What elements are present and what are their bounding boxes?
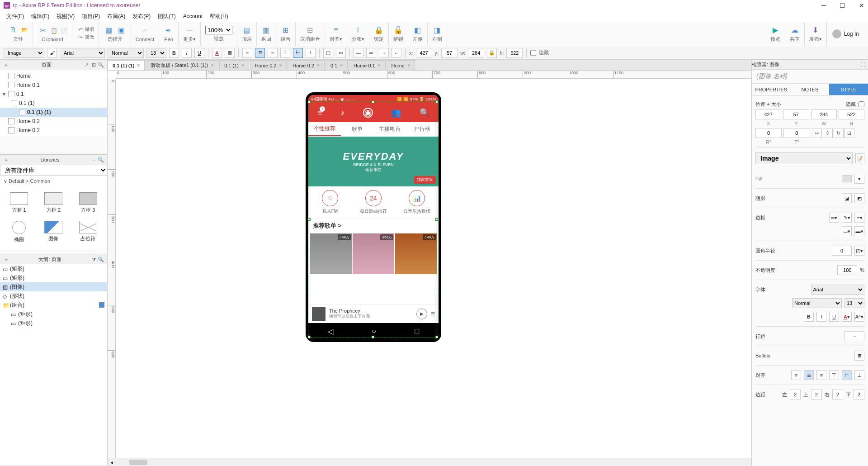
insp-font-select[interactable]: Arial xyxy=(811,285,865,295)
playlist-thumb[interactable]: ♫40万 xyxy=(395,233,437,274)
insp-t[interactable] xyxy=(783,128,810,138)
ta-right[interactable]: ≡ xyxy=(816,370,826,380)
quick-fm[interactable]: ♡私人FM xyxy=(308,186,352,218)
insp-bold[interactable]: B xyxy=(804,312,814,322)
home-icon[interactable]: ○ xyxy=(372,327,376,335)
copy-icon[interactable]: 📋 xyxy=(50,27,57,34)
quick-daily[interactable]: 24每日歌曲推荐 xyxy=(352,186,395,218)
undo-icon[interactable]: ↶ xyxy=(77,26,84,33)
bullets-button[interactable]: ≣ xyxy=(854,351,864,361)
insp-size-select[interactable]: 13 xyxy=(844,298,864,308)
lib-section[interactable]: ∨ Default > Common xyxy=(0,176,107,187)
va-top[interactable]: ⊤ xyxy=(829,370,839,380)
insp-italic[interactable]: I xyxy=(816,312,826,322)
connect-icon[interactable]: ⟋ xyxy=(140,26,150,36)
x-input[interactable] xyxy=(416,48,432,58)
style-manage-icon[interactable]: 📝 xyxy=(855,153,864,163)
insp-x[interactable] xyxy=(755,109,781,119)
close-icon[interactable]: ✕ xyxy=(859,2,864,9)
menu-icon[interactable]: ≡7 xyxy=(317,108,322,118)
align-icon[interactable]: ≡ xyxy=(331,25,341,35)
outline-node[interactable]: 📁(组合) xyxy=(0,300,107,309)
menu-edit[interactable]: 编辑(E) xyxy=(28,12,52,21)
menu-arrange[interactable]: 布局(A) xyxy=(104,12,128,21)
bold-button[interactable]: B xyxy=(169,48,179,58)
outline-search-icon[interactable]: 🔍 xyxy=(97,256,104,263)
cut-icon[interactable]: ✂ xyxy=(38,26,47,36)
lib-search-icon[interactable]: 🔍 xyxy=(97,156,104,163)
outer-shadow-button[interactable]: ◪ xyxy=(842,193,852,203)
opacity-input[interactable] xyxy=(837,265,857,275)
visibility-checkbox[interactable] xyxy=(99,302,104,308)
pen-icon[interactable]: ✒ xyxy=(164,26,174,36)
italic-button[interactable]: I xyxy=(182,48,192,58)
page-node[interactable]: Home 0.2 xyxy=(0,126,107,135)
tab-close-icon[interactable]: × xyxy=(317,63,320,68)
border-color-button[interactable]: ✎▾ xyxy=(842,213,852,223)
playlist-icon[interactable]: ≡ xyxy=(431,310,435,318)
widget-name-field[interactable]: (图像 名称) xyxy=(752,70,868,84)
group-icon[interactable]: ⊞ xyxy=(281,25,291,35)
add-folder-icon[interactable]: ⊞ xyxy=(90,61,97,68)
tab[interactable]: 0.1 (1)× xyxy=(219,60,249,70)
page-node[interactable]: 0.1 (1) xyxy=(0,99,107,108)
search-pages-icon[interactable]: 🔍 xyxy=(97,61,104,68)
play-button[interactable]: ▶ xyxy=(416,309,427,319)
insp-w[interactable] xyxy=(811,109,837,119)
insp-r[interactable] xyxy=(755,128,782,138)
tab[interactable]: Home 0.2× xyxy=(250,60,287,70)
menu-publish[interactable]: 发布(P) xyxy=(130,12,153,21)
brush-icon[interactable]: 🖌 xyxy=(47,48,57,58)
menu-view[interactable]: 视图(V) xyxy=(54,12,77,21)
tab-properties[interactable]: PROPERTIES xyxy=(752,84,791,95)
app-tab[interactable]: 主播电台 xyxy=(373,122,406,136)
font-select[interactable]: Arial xyxy=(60,48,105,58)
text-color-button[interactable]: A xyxy=(212,48,222,58)
back-icon[interactable]: ▥ xyxy=(261,25,271,35)
minimize-icon[interactable]: ─ xyxy=(821,2,826,9)
insp-more-font[interactable]: Aᴬ▾ xyxy=(854,312,864,322)
widget-box3[interactable]: 方框 3 xyxy=(72,190,104,216)
menu-help[interactable]: 帮助(H) xyxy=(207,12,231,21)
open-icon[interactable]: 📂 xyxy=(21,26,28,33)
tab[interactable]: Home 0.1× xyxy=(349,60,386,70)
redo-icon[interactable]: ↷ xyxy=(77,34,84,41)
phone-screen[interactable]: 中国移动 4G⬚ ◉ ⬚ ⬚ ⋯ 📶📶87%🔋10:03 ≡7 ♪ ◉ 👥 🔍 … xyxy=(308,95,439,339)
banner[interactable]: EVERYDAYBRIDGE & K ELEVEN全新单曲 独家首发 xyxy=(308,137,439,186)
outline-node[interactable]: ▭(矩形) xyxy=(0,309,107,319)
search-icon[interactable]: 🔍 xyxy=(420,108,429,118)
playlist-thumb[interactable]: ♫48万 xyxy=(310,233,352,274)
fill-button[interactable]: ▢ xyxy=(323,48,333,58)
back-icon[interactable]: ◁ xyxy=(328,327,333,336)
fill-dropdown-icon[interactable]: ▾ xyxy=(854,174,864,184)
ungroup-icon[interactable]: ⊟ xyxy=(305,25,315,35)
widget-ellipse[interactable]: 椭圆 xyxy=(3,218,35,246)
select-icon[interactable]: ▦ xyxy=(104,25,113,35)
tab[interactable]: 0.1 (1) (1)× xyxy=(108,60,145,70)
discover-icon[interactable]: ◉ xyxy=(363,108,373,118)
flip-v-icon[interactable]: ⇳ xyxy=(823,128,833,138)
align-left-button[interactable]: ≡ xyxy=(242,48,252,58)
align-center-button[interactable]: ≣ xyxy=(255,48,265,58)
valign-top-button[interactable]: ⊤ xyxy=(280,48,290,58)
canvas[interactable]: 中国移动 4G⬚ ◉ ⬚ ⬚ ⋯ 📶📶87%🔋10:03 ≡7 ♪ ◉ 👥 🔍 … xyxy=(116,79,751,458)
corner-button[interactable]: ⌐ xyxy=(392,48,401,58)
menu-file[interactable]: 文件(F) xyxy=(4,12,27,21)
tab[interactable]: Home× xyxy=(387,60,415,70)
distribute-icon[interactable]: ⫴ xyxy=(353,25,363,35)
widget-image[interactable]: 图像 xyxy=(37,218,70,246)
flip-h-icon[interactable]: ⇿ xyxy=(812,128,822,138)
border-style-button[interactable]: ┅▾ xyxy=(854,213,864,223)
library-select[interactable]: 所有部件库 xyxy=(0,165,107,176)
friends-icon[interactable]: 👥 xyxy=(391,108,401,118)
playlist-thumb[interactable]: ♫56万 xyxy=(353,233,394,274)
widget-box1[interactable]: 方框 1 xyxy=(3,190,35,216)
app-tab[interactable]: 个性推荐 xyxy=(308,122,341,136)
tab-close-icon[interactable]: × xyxy=(279,63,282,68)
border-width-button[interactable]: ═▾ xyxy=(829,213,839,223)
mt-input[interactable] xyxy=(811,390,822,399)
align-right-button[interactable]: ≡ xyxy=(268,48,278,58)
preview-icon[interactable]: ▶ xyxy=(770,25,780,35)
lh-input[interactable] xyxy=(844,331,864,341)
widget-box2[interactable]: 方框 2 xyxy=(37,190,70,216)
